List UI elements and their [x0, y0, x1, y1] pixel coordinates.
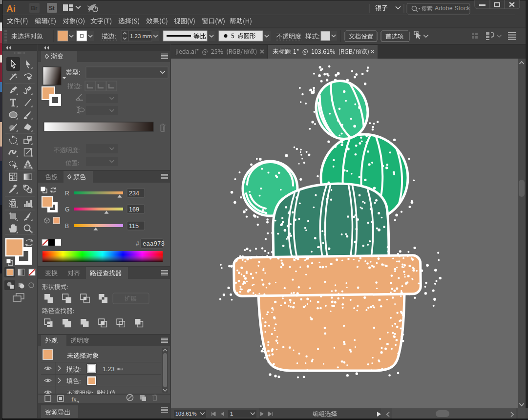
svg-text:1.23: 1.23: [103, 366, 114, 373]
svg-text:103.61%: 103.61%: [175, 411, 197, 417]
svg-text:115: 115: [129, 223, 139, 230]
svg-text:1: 1: [230, 411, 233, 417]
svg-text:B: B: [65, 223, 69, 230]
svg-text:Br: Br: [31, 5, 38, 12]
svg-text:1.23 mm: 1.23 mm: [130, 33, 152, 39]
svg-text:G: G: [65, 206, 69, 213]
svg-text:eaa973: eaa973: [143, 241, 165, 248]
svg-text:#: #: [136, 240, 140, 247]
svg-text:169: 169: [129, 206, 139, 213]
svg-text:Ai: Ai: [6, 3, 16, 14]
svg-text:St: St: [49, 5, 55, 12]
svg-text:234: 234: [129, 190, 139, 197]
svg-text:fx: fx: [71, 396, 77, 403]
svg-text:R: R: [65, 190, 69, 197]
svg-text:Adobe Stock: Adobe Stock: [435, 5, 470, 12]
